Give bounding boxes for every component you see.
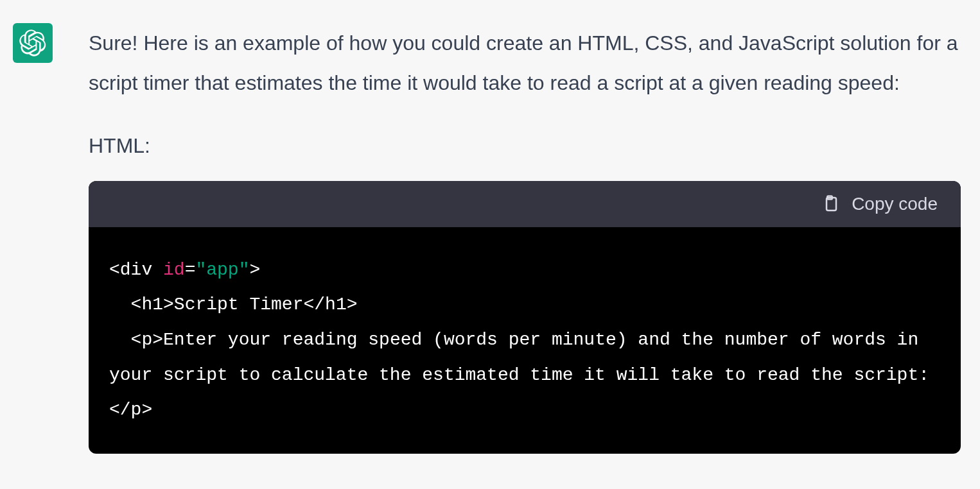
code-token: = — [185, 260, 196, 280]
code-token: <h1> — [131, 295, 174, 314]
code-token: </h1> — [303, 295, 357, 314]
code-block: Copy code <div id="app"> <h1>Script Time… — [89, 181, 961, 454]
code-token: </p> — [109, 400, 152, 420]
openai-logo-icon — [19, 30, 46, 56]
code-token: Script Timer — [174, 295, 304, 314]
code-token: <div — [109, 260, 163, 280]
code-content: <div id="app"> <h1>Script Timer</h1> <p>… — [89, 227, 961, 454]
code-token — [109, 330, 131, 350]
code-token: <p> — [131, 330, 163, 350]
chat-message: Sure! Here is an example of how you coul… — [0, 0, 980, 454]
message-text: Sure! Here is an example of how you coul… — [89, 23, 961, 103]
code-header: Copy code — [89, 181, 961, 227]
copy-code-button[interactable]: Copy code — [852, 194, 938, 214]
code-token — [109, 295, 131, 314]
code-section-label: HTML: — [89, 134, 961, 158]
assistant-avatar — [13, 23, 53, 63]
code-token: id — [163, 260, 185, 280]
code-token: > — [249, 260, 260, 280]
message-content: Sure! Here is an example of how you coul… — [89, 23, 967, 454]
code-token: Enter your reading speed (words per minu… — [109, 330, 929, 385]
clipboard-icon[interactable] — [819, 194, 840, 214]
code-token: "app" — [195, 260, 249, 280]
